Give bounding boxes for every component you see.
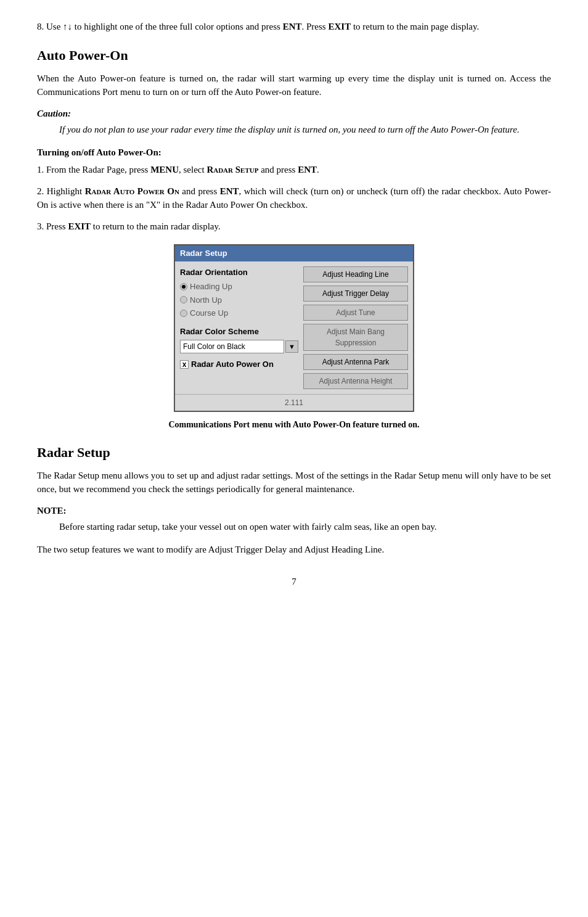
step1-mid: , select	[179, 165, 206, 175]
step3-end: to return to the main radar display.	[91, 221, 221, 231]
radio-north-up: North Up	[180, 294, 298, 306]
intro-text: 8. Use ↑↓ to highlight one of the three …	[37, 22, 283, 31]
page-number: 7	[37, 575, 551, 589]
ui-screenshot-wrapper: Radar Setup Radar Orientation Heading Up…	[37, 244, 551, 412]
note-text: Before starting radar setup, take your v…	[59, 520, 551, 534]
orientation-label: Radar Orientation	[180, 266, 298, 279]
step1-period: .	[317, 165, 319, 175]
ui-caption: Communications Port menu with Auto Power…	[37, 418, 551, 431]
checkbox-x: x	[182, 359, 187, 370]
step2-paragraph: 2. Highlight Radar Auto Power On and pre…	[37, 184, 551, 212]
step3-pre: 3. Press	[37, 221, 68, 231]
radio-course-up-label: Course Up	[190, 307, 228, 319]
ui-right-panel: Adjust Heading Line Adjust Trigger Delay…	[303, 266, 408, 389]
color-scheme-dropdown[interactable]: Full Color on Black	[180, 340, 284, 353]
radio-course-up-button[interactable]	[180, 310, 187, 317]
btn-heading-line[interactable]: Adjust Heading Line	[303, 266, 408, 282]
radar-setup-heading: Radar Setup	[37, 442, 551, 463]
step3-paragraph: 3. Press EXIT to return to the main rada…	[37, 220, 551, 234]
radar-setup-para1: The Radar Setup menu allows you to set u…	[37, 469, 551, 496]
btn-trigger-delay[interactable]: Adjust Trigger Delay	[303, 286, 408, 302]
intro-ent: ENT	[283, 22, 302, 31]
caution-text: If you do not plan to use your radar eve…	[59, 123, 551, 137]
sub-heading-turning: Turning on/off Auto Power-On:	[37, 146, 551, 160]
auto-power-on-para1: When the Auto Power-on feature is turned…	[37, 72, 551, 99]
intro-text3: to return to the main page display.	[351, 22, 479, 31]
ui-title-bar: Radar Setup	[175, 245, 413, 261]
ui-left-panel: Radar Orientation Heading Up North Up Co…	[180, 266, 298, 389]
intro-text2: . Press	[302, 22, 329, 31]
btn-antenna-height[interactable]: Adjust Antenna Height	[303, 373, 408, 389]
dropdown-arrow[interactable]: ▼	[285, 340, 298, 353]
caution-block: If you do not plan to use your radar eve…	[59, 123, 551, 137]
checkbox-row: x Radar Auto Power On	[180, 358, 298, 371]
radio-north-up-button[interactable]	[180, 296, 187, 303]
step2-pre: 2. Highlight	[37, 186, 85, 196]
auto-power-checkbox[interactable]: x	[180, 360, 189, 369]
step2-end: and press	[179, 186, 220, 196]
step1-end: and press	[258, 165, 298, 175]
step1-radar-setup: Radar Setup	[206, 165, 258, 175]
step3-exit: EXIT	[68, 221, 91, 231]
step2-radar-auto: Radar Auto Power On	[85, 186, 179, 196]
intro-exit: EXIT	[328, 22, 351, 31]
intro-paragraph: 8. Use ↑↓ to highlight one of the three …	[37, 20, 551, 34]
radio-heading-up-label: Heading Up	[190, 281, 232, 293]
step1-paragraph: 1. From the Radar Page, press MENU, sele…	[37, 163, 551, 177]
ui-content: Radar Orientation Heading Up North Up Co…	[175, 261, 413, 394]
radio-north-up-label: North Up	[190, 294, 222, 306]
step1-ent: ENT	[298, 165, 317, 175]
caution-label: Caution:	[37, 107, 551, 121]
ui-bottom-bar: 2.111	[175, 394, 413, 411]
btn-adjust-tune[interactable]: Adjust Tune	[303, 305, 408, 321]
note-block: Before starting radar setup, take your v…	[59, 520, 551, 534]
color-scheme-label: Radar Color Scheme	[180, 326, 298, 338]
radio-course-up: Course Up	[180, 307, 298, 319]
radar-setup-para2: The two setup features we want to modify…	[37, 543, 551, 557]
radar-setup-ui: Radar Setup Radar Orientation Heading Up…	[174, 244, 414, 412]
btn-main-bang[interactable]: Adjust Main Bang Suppression	[303, 324, 408, 351]
btn-antenna-park[interactable]: Adjust Antenna Park	[303, 354, 408, 370]
step1-menu: MENU	[150, 165, 179, 175]
checkbox-label: Radar Auto Power On	[191, 358, 274, 371]
auto-power-on-heading: Auto Power-On	[37, 45, 551, 65]
radio-heading-up-button[interactable]	[180, 283, 187, 290]
step1-pre: 1. From the Radar Page, press	[37, 165, 150, 175]
radio-heading-up: Heading Up	[180, 281, 298, 293]
step2-ent: ENT	[220, 186, 239, 196]
dropdown-row: Full Color on Black ▼	[180, 340, 298, 353]
note-label: NOTE:	[37, 504, 551, 518]
